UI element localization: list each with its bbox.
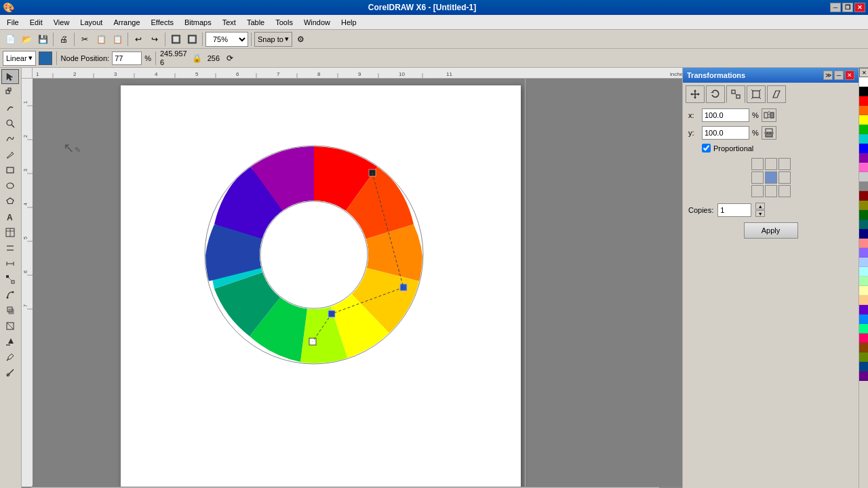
color-swatch-ltorange[interactable]	[859, 296, 868, 305]
grid-cell-bl[interactable]	[751, 185, 764, 197]
grid-cell-tr[interactable]	[778, 158, 791, 170]
copies-down-button[interactable]: ▼	[755, 210, 765, 217]
panel-minimize-button[interactable]: ─	[834, 70, 844, 80]
menu-file[interactable]: File	[1, 17, 24, 28]
tab-scale[interactable]	[726, 85, 745, 103]
color-swatch-cerulean[interactable]	[859, 362, 868, 371]
copies-input[interactable]	[717, 203, 751, 217]
color-swatch-mint[interactable]	[859, 324, 868, 333]
tool-parallel[interactable]	[1, 241, 19, 256]
color-swatch-cyan[interactable]	[859, 134, 868, 144]
menu-window[interactable]: Window	[298, 17, 336, 28]
tool-zoom[interactable]	[1, 116, 19, 131]
tab-position[interactable]	[686, 85, 705, 103]
color-swatch-purple[interactable]	[859, 153, 868, 163]
node-x-input[interactable]	[112, 52, 142, 65]
panel-pin-button[interactable]: ≫	[823, 70, 833, 80]
color-swatch-violet[interactable]	[859, 248, 868, 258]
menu-help[interactable]: Help	[336, 17, 362, 28]
minimize-button[interactable]: ─	[830, 3, 841, 12]
grid-cell-mc[interactable]	[765, 171, 777, 184]
grid-cell-ml[interactable]	[751, 171, 764, 184]
color-swatch-indigo[interactable]	[859, 305, 868, 314]
grid-cell-br[interactable]	[778, 185, 791, 197]
color-swatch-white[interactable]	[859, 77, 868, 87]
x-flip-button[interactable]	[762, 108, 776, 122]
paste-button[interactable]: 📋	[110, 32, 125, 47]
snap-options-button[interactable]: ⚙	[294, 32, 309, 47]
color-swatch-yellow[interactable]	[859, 115, 868, 125]
color-swatch-ltgreen[interactable]	[859, 277, 868, 286]
import-button[interactable]: 🔲	[168, 32, 183, 47]
menu-arrange[interactable]: Arrange	[108, 17, 145, 28]
menu-text[interactable]: Text	[217, 17, 241, 28]
menu-table[interactable]: Table	[241, 17, 270, 28]
close-button[interactable]: ✕	[854, 3, 865, 12]
restore-button[interactable]: ❐	[842, 3, 853, 12]
color-swatch-black[interactable]	[859, 87, 868, 96]
color-swatch-ltgray[interactable]	[859, 172, 868, 182]
menu-effects[interactable]: Effects	[146, 17, 179, 28]
color-swatch-salmon[interactable]	[859, 239, 868, 248]
copies-spinner[interactable]: ▲ ▼	[755, 203, 765, 217]
tool-dimension[interactable]	[1, 256, 19, 271]
tab-rotate[interactable]	[706, 85, 725, 103]
tool-ellipse[interactable]	[1, 178, 19, 193]
color-swatch-red[interactable]	[859, 96, 868, 106]
fill-color-button[interactable]	[39, 52, 52, 65]
print-button[interactable]: 🖨	[56, 32, 71, 47]
tool-freehand[interactable]	[1, 131, 19, 146]
copy-button[interactable]: 📋	[94, 32, 108, 47]
color-swatch-teal[interactable]	[859, 220, 868, 229]
tool-distort[interactable]	[1, 287, 19, 302]
color-swatch-lime[interactable]	[859, 352, 868, 362]
tool-shape[interactable]	[1, 85, 19, 100]
color-swatch-ltcyan[interactable]	[859, 267, 868, 277]
tool-text[interactable]: A	[1, 209, 19, 224]
lock-button[interactable]: 🔒	[190, 51, 205, 66]
redo-button[interactable]: ↪	[147, 32, 162, 47]
tool-pen[interactable]	[1, 147, 19, 162]
color-swatch-dkgreen[interactable]	[859, 210, 868, 220]
no-fill-swatch[interactable]: ✕	[859, 68, 868, 77]
color-swatch-blue[interactable]	[859, 144, 868, 153]
tab-size[interactable]	[747, 85, 766, 103]
grid-cell-bc[interactable]	[765, 185, 777, 197]
copies-up-button[interactable]: ▲	[755, 203, 765, 209]
tool-shadow[interactable]	[1, 303, 19, 318]
tool-fill[interactable]	[1, 334, 19, 349]
menu-edit[interactable]: Edit	[24, 17, 48, 28]
tool-eyedropper[interactable]	[1, 350, 19, 365]
gradient-type-dropdown[interactable]: Linear ▾	[3, 51, 36, 66]
open-button[interactable]: 📂	[19, 32, 34, 47]
menu-layout[interactable]: Layout	[75, 17, 108, 28]
tool-table[interactable]	[1, 225, 19, 240]
tool-smear[interactable]	[1, 100, 19, 115]
color-swatch-grape[interactable]	[859, 371, 868, 381]
color-swatch-skyblue[interactable]	[859, 314, 868, 324]
color-swatch-orange[interactable]	[859, 106, 868, 115]
save-button[interactable]: 💾	[35, 32, 50, 47]
menu-view[interactable]: View	[48, 17, 75, 28]
menu-bitmaps[interactable]: Bitmaps	[179, 17, 217, 28]
export-button[interactable]: 🔲	[184, 32, 199, 47]
tool-polygon[interactable]	[1, 194, 19, 209]
menu-tools[interactable]: Tools	[270, 17, 298, 28]
color-swatch-gray[interactable]	[859, 182, 868, 191]
proportional-label[interactable]: Proportional	[713, 144, 753, 152]
color-swatch-olive[interactable]	[859, 201, 868, 210]
x-scale-input[interactable]	[702, 108, 749, 122]
tab-skew[interactable]	[767, 85, 786, 103]
color-swatch-navy[interactable]	[859, 229, 868, 239]
cut-button[interactable]: ✂	[77, 32, 92, 47]
panel-close-button[interactable]: ✕	[845, 70, 854, 80]
color-swatch-ltblue[interactable]	[859, 258, 868, 267]
grid-cell-tc[interactable]	[765, 158, 777, 170]
snap-to-dropdown[interactable]: Snap to ▾	[254, 32, 292, 47]
tool-rectangle[interactable]	[1, 163, 19, 178]
undo-button[interactable]: ↩	[131, 32, 146, 47]
zoom-dropdown[interactable]: 75% 50% 100% 150% 200%	[205, 32, 248, 47]
new-button[interactable]: 📄	[3, 32, 18, 47]
color-swatch-ltyellow[interactable]	[859, 286, 868, 296]
grid-cell-mr[interactable]	[778, 171, 791, 184]
